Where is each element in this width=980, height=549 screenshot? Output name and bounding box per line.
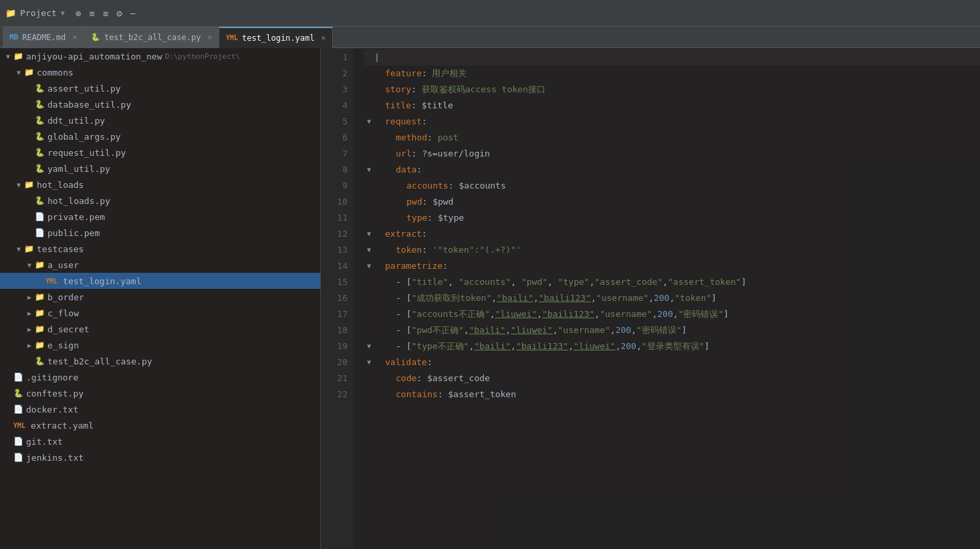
tree-d-secret[interactable]: ▶ 📁 d_secret bbox=[0, 321, 320, 337]
tree-gitignore[interactable]: 📄 .gitignore bbox=[0, 369, 320, 385]
tree-yaml-util[interactable]: 🐍 yaml_util.py bbox=[0, 160, 320, 177]
fold-5[interactable]: ▼ bbox=[364, 114, 374, 130]
code-text-19: - ["type不正确","baili","baili123","liuwei"… bbox=[374, 338, 980, 354]
commons-arrow: ▼ bbox=[13, 69, 24, 76]
root-folder-icon: 📁 bbox=[13, 51, 23, 61]
c-flow-arrow: ▶ bbox=[24, 310, 35, 317]
tree-public-pem[interactable]: 📄 public.pem bbox=[0, 225, 320, 241]
tree-conftest[interactable]: 🐍 conftest.py bbox=[0, 385, 320, 401]
ddt-util-label: ddt_util.py bbox=[47, 116, 105, 126]
tree-global-args[interactable]: 🐍 global_args.py bbox=[0, 128, 320, 144]
tree-root[interactable]: ▼ 📁 anjiyou-api_automation_new D:\python… bbox=[0, 48, 320, 64]
fold-20[interactable]: ▼ bbox=[364, 354, 374, 370]
tree-git-txt[interactable]: 📄 git.txt bbox=[0, 433, 320, 449]
main-layout: ▼ 📁 anjiyou-api_automation_new D:\python… bbox=[0, 48, 980, 549]
code-text-12: extract: bbox=[374, 226, 980, 242]
a-user-arrow: ▼ bbox=[24, 261, 35, 269]
b-order-icon: 📁 bbox=[35, 292, 45, 302]
private-pem-icon: 📄 bbox=[35, 212, 45, 221]
project-folder-icon: 📁 bbox=[5, 8, 16, 18]
fold-19[interactable]: ▼ bbox=[364, 338, 374, 354]
code-line-6: method: post bbox=[364, 130, 980, 146]
code-line-4: title: $title bbox=[364, 98, 980, 114]
code-line-2: feature: 用户相关 bbox=[364, 66, 980, 82]
code-text-21: code: $assert_code bbox=[374, 370, 980, 387]
tree-docker-txt[interactable]: 📄 docker.txt bbox=[0, 401, 320, 417]
tab-readme[interactable]: MD README.md ✕ bbox=[3, 27, 84, 48]
minimize-icon[interactable]: − bbox=[130, 8, 136, 19]
tab-bar: MD README.md ✕ 🐍 test_b2c_all_case.py ✕ … bbox=[0, 27, 980, 48]
tree-test-login-yaml[interactable]: YML test_login.yaml bbox=[0, 273, 320, 289]
a-user-icon: 📁 bbox=[35, 260, 45, 269]
code-text-11: type: $type bbox=[374, 210, 980, 226]
assert-util-icon: 🐍 bbox=[35, 84, 45, 93]
hot-loads-py-icon: 🐍 bbox=[35, 196, 45, 205]
c-flow-icon: 📁 bbox=[35, 308, 45, 318]
extract-yaml-icon: YML bbox=[13, 422, 25, 429]
e-sign-icon: 📁 bbox=[35, 340, 45, 350]
code-text-8: data: bbox=[374, 162, 980, 178]
tree-a-user[interactable]: ▼ 📁 a_user bbox=[0, 257, 320, 273]
tree-assert-util[interactable]: 🐍 assert_util.py bbox=[0, 80, 320, 96]
code-text-1: | bbox=[374, 49, 980, 66]
public-pem-label: public.pem bbox=[47, 228, 100, 238]
tree-ddt-util[interactable]: 🐍 ddt_util.py bbox=[0, 112, 320, 128]
debug-icon[interactable]: ≡ bbox=[103, 8, 108, 19]
public-pem-icon: 📄 bbox=[35, 228, 45, 237]
commons-icon: 📁 bbox=[24, 68, 34, 77]
docker-txt-icon: 📄 bbox=[13, 405, 23, 414]
code-content: | feature: 用户相关 story: 获取鉴权码access token… bbox=[353, 48, 980, 549]
tree-hot-loads[interactable]: ▼ 📁 hot_loads bbox=[0, 177, 320, 193]
fold-12[interactable]: ▼ bbox=[364, 226, 374, 242]
e-sign-label: e_sign bbox=[47, 340, 79, 350]
global-args-label: global_args.py bbox=[47, 132, 121, 142]
code-text-17: - ["accounts不正确","liuwei","baili123","us… bbox=[374, 306, 980, 322]
tree-commons[interactable]: ▼ 📁 commons bbox=[0, 64, 320, 80]
b-order-label: b_order bbox=[47, 292, 84, 302]
tab-b2c-label: test_b2c_all_case.py bbox=[104, 33, 201, 42]
code-line-7: url: ?s=user/login bbox=[364, 146, 980, 162]
tab-readme-label: README.md bbox=[22, 33, 66, 42]
code-text-13: token: '"token":"(.+?)"' bbox=[374, 242, 980, 258]
git-txt-label: git.txt bbox=[26, 437, 63, 447]
tab-readme-close[interactable]: ✕ bbox=[72, 33, 77, 41]
extract-yaml-label: extract.yaml bbox=[31, 421, 94, 431]
code-line-12: ▼ extract: bbox=[364, 226, 980, 242]
code-text-10: pwd: $pwd bbox=[374, 194, 980, 210]
global-args-icon: 🐍 bbox=[35, 132, 45, 141]
code-text-5: request: bbox=[374, 114, 980, 130]
tree-jenkins-txt[interactable]: 📄 jenkins.txt bbox=[0, 449, 320, 465]
tree-hot-loads-py[interactable]: 🐍 hot_loads.py bbox=[0, 193, 320, 209]
code-line-18: - ["pwd不正确","baili","liuwei","username",… bbox=[364, 322, 980, 338]
run-icon[interactable]: ≡ bbox=[89, 8, 94, 19]
test-b2c-py-icon: 🐍 bbox=[35, 356, 45, 366]
tree-test-b2c-py[interactable]: 🐍 test_b2c_all_case.py bbox=[0, 353, 320, 369]
d-secret-icon: 📁 bbox=[35, 324, 45, 334]
fold-8[interactable]: ▼ bbox=[364, 162, 374, 178]
tree-b-order[interactable]: ▶ 📁 b_order bbox=[0, 289, 320, 305]
tree-request-util[interactable]: 🐍 request_util.py bbox=[0, 144, 320, 160]
add-config-icon[interactable]: ⊕ bbox=[76, 8, 81, 19]
code-line-16: - ["成功获取到token","baili","baili123","user… bbox=[364, 290, 980, 306]
tree-c-flow[interactable]: ▶ 📁 c_flow bbox=[0, 305, 320, 321]
tree-extract-yaml[interactable]: YML extract.yaml bbox=[0, 417, 320, 433]
tab-b2c-close[interactable]: ✕ bbox=[207, 33, 212, 41]
tree-e-sign[interactable]: ▶ 📁 e_sign bbox=[0, 337, 320, 353]
fold-14[interactable]: ▼ bbox=[364, 258, 374, 274]
test-login-yaml-label: test_login.yaml bbox=[63, 276, 141, 286]
code-text-22: contains: $assert_token bbox=[374, 387, 980, 403]
tab-test-b2c[interactable]: 🐍 test_b2c_all_case.py ✕ bbox=[84, 27, 219, 48]
project-dropdown-icon[interactable]: ▼ bbox=[61, 9, 65, 17]
settings-icon[interactable]: ⚙ bbox=[116, 8, 122, 19]
project-title[interactable]: 📁 Project ▼ bbox=[5, 8, 65, 18]
tab-test-login[interactable]: YML test_login.yaml ✕ bbox=[219, 27, 333, 48]
tree-private-pem[interactable]: 📄 private.pem bbox=[0, 209, 320, 225]
tab-login-close[interactable]: ✕ bbox=[321, 33, 326, 42]
tree-testcases[interactable]: ▼ 📁 testcases bbox=[0, 241, 320, 257]
fold-13[interactable]: ▼ bbox=[364, 242, 374, 258]
database-util-icon: 🐍 bbox=[35, 100, 45, 109]
tree-database-util[interactable]: 🐍 database_util.py bbox=[0, 96, 320, 112]
request-util-label: request_util.py bbox=[47, 148, 126, 158]
editor-content[interactable]: 12345 678910 1112131415 1617181920 2122 … bbox=[321, 48, 980, 549]
request-util-icon: 🐍 bbox=[35, 148, 45, 157]
